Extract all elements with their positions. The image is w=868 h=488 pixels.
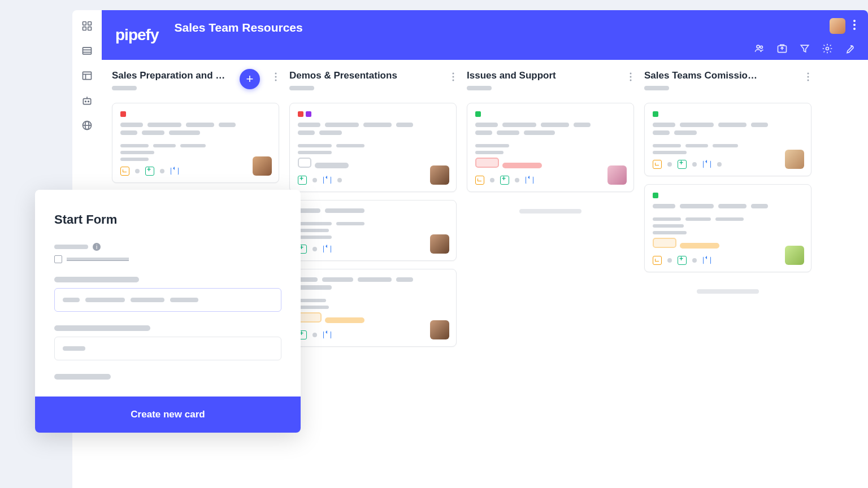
dot-icon xyxy=(667,162,672,167)
sync-icon xyxy=(525,176,534,185)
column-menu-icon[interactable] xyxy=(627,70,634,86)
status-pill xyxy=(298,158,311,168)
svg-rect-7 xyxy=(83,72,92,79)
column-issues: Issues and Support xyxy=(467,70,634,488)
column-commissions: Sales Teams Comissions & Quot xyxy=(644,70,811,488)
column-title: Sales Teams Comissions & Quot xyxy=(644,70,763,81)
column-title: Sales Preparation and Onb xyxy=(112,70,231,81)
sync-icon xyxy=(323,245,332,254)
svg-rect-10 xyxy=(83,99,90,104)
assignee-avatar xyxy=(430,234,449,254)
header-menu-icon[interactable] xyxy=(853,20,856,32)
start-form-modal: Start Form i Create new card xyxy=(35,190,301,433)
field-underline xyxy=(67,258,129,261)
dot-icon xyxy=(667,258,672,263)
svg-rect-2 xyxy=(83,27,86,30)
card[interactable] xyxy=(289,269,457,347)
members-icon[interactable] xyxy=(754,43,765,54)
svg-point-18 xyxy=(853,24,856,26)
svg-point-33 xyxy=(808,73,809,75)
status-pill xyxy=(298,312,322,323)
create-card-button[interactable]: Create new card xyxy=(35,396,301,433)
sync-icon xyxy=(702,256,711,265)
dot-icon xyxy=(337,178,342,182)
column-menu-icon[interactable] xyxy=(450,70,457,86)
svg-point-23 xyxy=(826,47,829,50)
svg-point-31 xyxy=(630,76,632,78)
page-title: Sales Team Resources xyxy=(174,21,302,34)
dot-icon xyxy=(490,178,494,182)
status-label xyxy=(680,243,719,249)
add-card-button[interactable]: + xyxy=(240,69,260,89)
sync-icon xyxy=(702,160,711,169)
date-icon xyxy=(475,176,484,185)
card[interactable] xyxy=(644,103,811,176)
svg-point-19 xyxy=(853,28,856,30)
layout-icon[interactable] xyxy=(81,70,93,81)
status-pill xyxy=(475,158,499,168)
svg-point-30 xyxy=(630,73,632,75)
svg-point-21 xyxy=(760,46,762,48)
empty-placeholder xyxy=(644,280,811,303)
date-icon xyxy=(653,256,662,265)
date-icon xyxy=(120,167,129,176)
dot-icon xyxy=(692,162,697,167)
svg-point-32 xyxy=(630,80,632,81)
card[interactable] xyxy=(467,103,634,192)
user-avatar[interactable] xyxy=(830,18,845,34)
dot-icon xyxy=(160,169,164,173)
tag-red xyxy=(120,111,126,117)
card[interactable] xyxy=(289,103,457,192)
card[interactable] xyxy=(644,184,811,272)
card[interactable] xyxy=(112,103,279,183)
column-menu-icon[interactable] xyxy=(272,70,279,86)
attach-icon xyxy=(145,167,154,176)
svg-point-12 xyxy=(88,101,89,102)
assignee-avatar xyxy=(607,165,627,185)
assignee-avatar xyxy=(785,246,804,265)
status-label xyxy=(315,163,349,168)
card[interactable] xyxy=(289,200,457,261)
svg-rect-0 xyxy=(83,22,86,25)
attach-icon xyxy=(678,256,687,265)
table-icon[interactable] xyxy=(81,45,93,56)
field-label xyxy=(54,277,139,282)
dot-icon xyxy=(313,247,317,251)
form-input[interactable] xyxy=(54,288,281,312)
info-icon[interactable]: i xyxy=(93,243,101,251)
gear-icon[interactable] xyxy=(822,43,833,54)
column-menu-icon[interactable] xyxy=(805,70,811,86)
assignee-avatar xyxy=(430,320,449,339)
dot-icon xyxy=(135,169,140,173)
filter-icon[interactable] xyxy=(799,43,810,54)
globe-icon[interactable] xyxy=(81,120,93,131)
dot-icon xyxy=(692,258,697,263)
svg-point-34 xyxy=(808,76,809,78)
svg-point-11 xyxy=(85,101,86,102)
svg-point-17 xyxy=(853,20,856,22)
date-icon xyxy=(653,160,662,169)
inbox-icon[interactable] xyxy=(776,43,788,54)
svg-point-27 xyxy=(453,73,454,75)
attach-icon xyxy=(678,160,687,169)
assignee-avatar xyxy=(785,150,804,169)
svg-rect-4 xyxy=(83,47,92,54)
bot-icon[interactable] xyxy=(81,95,93,106)
header: pipefy Sales Team Resources xyxy=(102,10,868,60)
apps-icon[interactable] xyxy=(81,20,93,32)
assignee-avatar xyxy=(430,165,449,185)
sync-icon xyxy=(323,330,332,339)
attach-icon xyxy=(500,176,509,185)
logo: pipefy xyxy=(115,26,158,44)
wrench-icon[interactable] xyxy=(844,43,856,54)
attach-icon xyxy=(298,176,307,185)
svg-point-20 xyxy=(757,45,760,48)
column-title: Issues and Support xyxy=(467,70,556,81)
tag-green xyxy=(653,193,658,198)
form-input[interactable] xyxy=(54,337,281,360)
status-pill xyxy=(653,238,676,248)
svg-point-28 xyxy=(453,76,454,78)
dot-icon xyxy=(313,178,317,182)
dot-icon xyxy=(313,333,317,337)
column-demos: Demos & Presentations xyxy=(289,70,457,488)
